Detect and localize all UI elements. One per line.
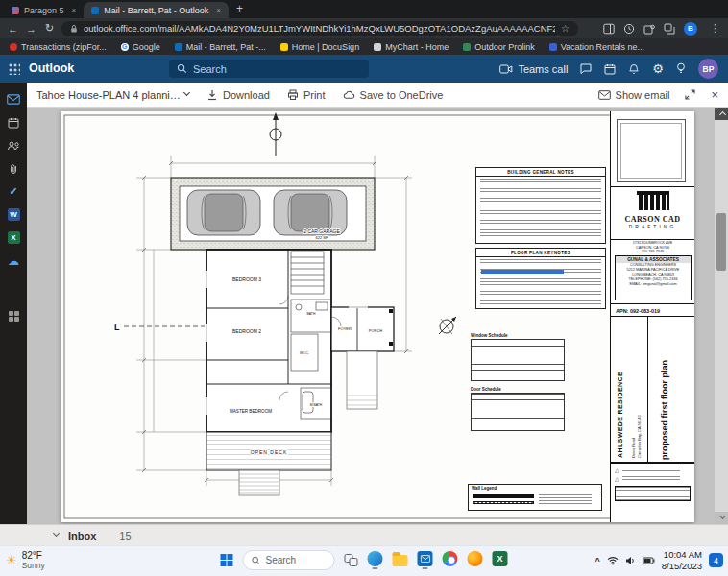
chrome-icon[interactable]: [443, 551, 458, 566]
bookmark-item[interactable]: Transactions (zipFor...: [10, 42, 107, 52]
save-to-onedrive-button[interactable]: Save to OneDrive: [343, 89, 444, 101]
bookmark-item[interactable]: GGoogle: [121, 42, 160, 52]
bell-icon[interactable]: [628, 63, 640, 75]
outlook-search-bar[interactable]: Search: [169, 60, 369, 78]
scroll-up-arrow[interactable]: [715, 108, 728, 120]
date-label: 8/15/2023: [662, 561, 702, 572]
viewer-scrollbar[interactable]: [715, 108, 728, 524]
download-icon: [206, 89, 218, 101]
new-tab-button[interactable]: +: [236, 2, 243, 15]
teams-call-button[interactable]: Teams call: [499, 63, 568, 75]
drafter-logo-block: CARSON CAD DRAFTING: [611, 186, 694, 240]
tips-lightbulb-icon[interactable]: [676, 62, 686, 75]
download-button[interactable]: Download: [206, 89, 270, 101]
bookmark-item[interactable]: Outdoor Prolink: [463, 42, 535, 52]
tab-title: Mail - Barrett, Pat - Outlook: [104, 6, 208, 15]
outlook-icon[interactable]: [418, 551, 433, 566]
tray-expand-caret[interactable]: ^: [595, 556, 599, 565]
bookmark-favicon: [10, 43, 17, 51]
back-button[interactable]: ←: [4, 23, 22, 35]
collections-icon[interactable]: [664, 23, 675, 35]
site-lock-icon: [70, 24, 78, 34]
expand-icon: [685, 89, 695, 100]
url-text: outlook.office.com/mail/AAMkADA4N2Y0MzU1…: [84, 23, 555, 34]
print-button[interactable]: Print: [287, 89, 326, 101]
project-block: AHLSWEDE RESIDENCE Devin Road Carnelian …: [611, 317, 694, 463]
tab-close-icon[interactable]: ×: [72, 6, 77, 14]
calendar-icon[interactable]: [604, 63, 616, 75]
scrollbar-thumb[interactable]: [716, 213, 726, 271]
firefox-icon[interactable]: [468, 551, 483, 566]
todo-icon[interactable]: ✓: [7, 184, 21, 199]
sidebar-icon[interactable]: [603, 23, 615, 35]
tab-paragon[interactable]: Paragon 5 ×: [4, 2, 84, 18]
chevron-down-icon[interactable]: [183, 89, 190, 96]
chevron-down-icon[interactable]: [53, 530, 60, 537]
start-button[interactable]: [221, 554, 233, 566]
bookmark-item[interactable]: Mail - Barrett, Pat -...: [175, 42, 266, 52]
cloud-icon: [343, 90, 355, 100]
notes-text-lines: [480, 179, 601, 240]
excel-icon[interactable]: X: [493, 551, 508, 566]
show-email-button[interactable]: Show email: [598, 89, 670, 101]
taskbar-search[interactable]: Search: [243, 550, 335, 570]
tab-close-icon[interactable]: ×: [216, 6, 221, 14]
settings-gear-icon[interactable]: ⚙: [652, 62, 664, 75]
history-icon[interactable]: [623, 23, 635, 35]
browser-tab-bar: Paragon 5 × Mail - Barrett, Pat - Outloo…: [0, 0, 728, 18]
onedrive-icon[interactable]: ☁: [7, 253, 21, 268]
battery-icon[interactable]: [643, 557, 655, 564]
bookmark-favicon: [280, 43, 288, 51]
account-avatar[interactable]: BP: [698, 59, 718, 79]
bookmark-item[interactable]: Home | DocuSign: [280, 42, 359, 52]
forward-button[interactable]: →: [22, 23, 40, 35]
expand-button[interactable]: [685, 89, 695, 100]
weather-widget[interactable]: ☀ 82°F Sunny: [6, 550, 45, 570]
attachment-title: Tahoe House-PLAN 4 planning submitta...: [36, 89, 182, 101]
calendar-icon[interactable]: [7, 115, 21, 130]
browser-menu-button[interactable]: ⋮: [706, 22, 724, 35]
close-preview-button[interactable]: ×: [711, 87, 718, 102]
task-view-button[interactable]: [345, 554, 358, 566]
attachment-preview-toolbar: Tahoe House-PLAN 4 planning submitta... …: [27, 83, 728, 108]
reload-button[interactable]: ↻: [40, 22, 59, 35]
mail-icon[interactable]: [7, 92, 21, 107]
people-icon[interactable]: [7, 138, 21, 153]
stamp-box: [617, 119, 686, 182]
floor-plan-sheet: 2 CAR GARAGE 622 SF: [61, 111, 694, 522]
app-launcher-waffle-icon[interactable]: [8, 62, 20, 75]
browser-profile-avatar[interactable]: B: [684, 22, 697, 36]
clock[interactable]: 10:04 AM 8/15/2023: [662, 549, 702, 571]
windows-taskbar: ☀ 82°F Sunny Search X ^: [0, 545, 728, 576]
bookmark-item[interactable]: Vacation Rentals ne...: [549, 42, 644, 52]
floor-plan-keynotes-panel: FLOOR PLAN KEYNOTES: [475, 248, 606, 309]
more-apps-icon[interactable]: [7, 309, 21, 324]
tab-title: Paragon 5: [24, 6, 64, 15]
excel-icon[interactable]: X: [7, 230, 21, 245]
outlook-header: Outlook Search Teams call ⚙ BP: [0, 55, 728, 83]
attachments-icon[interactable]: [7, 161, 21, 176]
address-bar[interactable]: outlook.office.com/mail/AAMkADA4N2Y0MzU1…: [61, 21, 578, 36]
sheet-title: proposed first floor plan: [660, 360, 669, 460]
file-explorer-icon[interactable]: [393, 555, 408, 566]
active-app-indicator: [423, 567, 428, 569]
unread-count: 15: [119, 530, 131, 541]
volume-icon[interactable]: [625, 556, 636, 565]
tab-outlook[interactable]: Mail - Barrett, Pat - Outlook ×: [84, 2, 229, 18]
door-schedule-table: [471, 393, 565, 431]
chat-icon[interactable]: [580, 63, 592, 75]
room-label-master: MASTER BEDROOM: [230, 409, 272, 414]
notification-badge[interactable]: 4: [709, 553, 723, 567]
inbox-folder-label[interactable]: Inbox: [68, 530, 96, 541]
window-schedule: Window Schedule: [471, 333, 565, 381]
extensions-icon[interactable]: [643, 23, 655, 35]
word-icon[interactable]: W: [7, 207, 21, 222]
wifi-icon[interactable]: [607, 556, 619, 565]
condition-label: Sunny: [22, 561, 45, 570]
bookmark-item[interactable]: MyChart - Home: [374, 42, 449, 52]
wall-legend-sample: [473, 494, 534, 498]
edge-icon[interactable]: [368, 551, 383, 566]
folder-row[interactable]: Inbox 15: [0, 524, 728, 545]
bookmark-star-icon[interactable]: ☆: [561, 23, 570, 34]
scroll-down-arrow[interactable]: [715, 512, 728, 524]
